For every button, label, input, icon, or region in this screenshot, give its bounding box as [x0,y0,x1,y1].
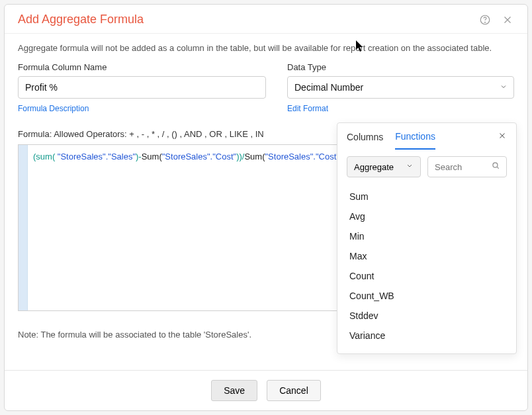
add-aggregate-dialog: Add Aggregate Formula Aggregate formula … [4,4,528,411]
panel-tabs: Columns Functions [337,123,516,150]
panel-controls: Aggregate [337,150,516,184]
dialog-header: Add Aggregate Formula [5,5,527,34]
tab-functions[interactable]: Functions [395,131,435,150]
dialog-title: Add Aggregate Formula [18,13,469,26]
tok: "StoreSales"."Cost" [265,152,339,161]
editor-gutter [19,145,28,310]
help-icon[interactable] [478,13,492,26]
data-type-field: Data Type Edit Format [287,62,514,113]
panel-close-icon[interactable] [498,131,507,150]
field-row: Formula Column Name Formula Description … [18,62,514,113]
tok: Sum( [142,152,162,161]
formula-description-link[interactable]: Formula Description [18,104,266,113]
functions-panel: Columns Functions Aggregate SumAvgMinMax… [337,122,517,354]
formula-name-input[interactable] [18,76,266,99]
function-list: SumAvgMinMaxCountCount_WBStddevVariance [337,184,516,348]
tok: "StoreSales"."Cost" [162,152,236,161]
tok: Sum( [244,152,265,161]
search-icon [491,161,500,173]
dialog-footer: Save Cancel [5,370,527,410]
function-item[interactable]: Variance [337,326,516,346]
function-item[interactable]: Count_WB [337,286,516,306]
tok: (sum( [33,152,55,161]
function-item[interactable]: Count [337,266,516,286]
function-category-value: Aggregate [354,162,394,172]
svg-point-2 [493,163,498,167]
svg-point-1 [485,22,486,23]
tok: ))/ [236,152,244,161]
formula-name-field: Formula Column Name Formula Description [18,62,266,113]
function-item[interactable]: Avg [337,207,516,226]
cancel-button[interactable]: Cancel [267,380,321,401]
function-item[interactable]: Sum [337,187,516,207]
function-item[interactable]: Min [337,226,516,246]
function-item[interactable]: Max [337,246,516,266]
data-type-label: Data Type [287,62,514,72]
formula-name-label: Formula Column Name [18,62,266,72]
function-item[interactable]: Stddev [337,306,516,326]
dialog-description: Aggregate formula will not be added as a… [18,43,514,53]
chevron-down-icon [406,162,414,172]
data-type-select[interactable] [287,76,514,99]
edit-format-link[interactable]: Edit Format [287,104,514,113]
tok: "StoreSales"."Sales" [55,152,136,161]
data-type-value[interactable] [287,76,514,99]
tok: )- [136,152,142,161]
function-search [427,156,507,177]
tab-columns[interactable]: Columns [347,132,383,149]
close-icon[interactable] [501,13,514,26]
save-button[interactable]: Save [211,380,257,401]
function-category-select[interactable]: Aggregate [347,156,421,177]
